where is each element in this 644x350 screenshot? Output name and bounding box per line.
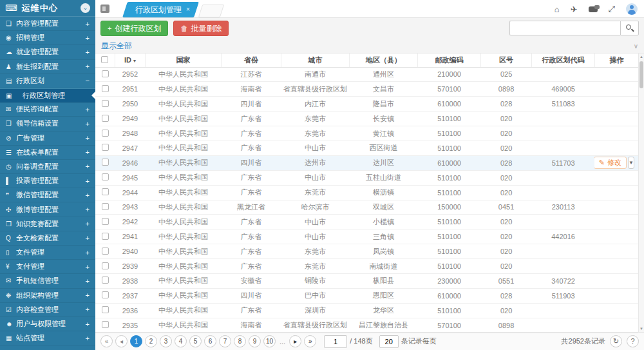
table-row[interactable]: 2939 中华人民共和国 广东省 东莞市 南城街道 510100 020 [95,259,638,274]
plane-icon[interactable]: ✈ [571,5,578,14]
prev-page-button[interactable]: ◂ [115,335,128,347]
scroll-up-icon[interactable]: ▲ [639,55,644,59]
first-page-button[interactable]: « [100,335,113,347]
table-row[interactable]: 2948 中华人民共和国 广东省 东莞市 黄江镇 510100 020 [95,126,638,141]
table-row[interactable]: 2946 中华人民共和国 四川省 达州市 达川区 610000 028 5117… [95,155,638,170]
table-row[interactable]: 2952 中华人民共和国 江苏省 南通市 通州区 210000 025 [95,67,638,82]
sidebar-item[interactable]: ❐ 知识竞赛配置 + [0,217,95,231]
create-region-button[interactable]: + 创建行政区划 [100,21,168,36]
home-icon[interactable]: ⌂ [554,5,560,14]
sidebar-item[interactable]: ▤ 行政区划 − [0,74,95,88]
sidebar-item[interactable]: ☻ 用户与权限管理 + [0,317,95,331]
page-button-9[interactable]: 9 [249,335,261,347]
sidebar-item[interactable]: ❏ 内容管理配置 + [0,17,95,31]
sidebar-item[interactable]: ▯ 文件管理 + [0,246,95,260]
col-id[interactable]: ID ▾ [115,53,145,67]
table-row[interactable]: 2950 中华人民共和国 四川省 内江市 隆昌市 610000 028 5110… [95,97,638,112]
page-button-2[interactable]: 2 [145,335,157,347]
sidebar-item[interactable]: Q 全文检索配置 + [0,231,95,246]
page-button-4[interactable]: 4 [175,335,187,347]
table-row[interactable]: 2940 中华人民共和国 广东省 东莞市 凤岗镇 510100 020 [95,244,638,259]
page-button-3[interactable]: 3 [160,335,172,347]
row-checkbox[interactable] [102,321,109,328]
row-checkbox[interactable] [102,144,109,151]
row-checkbox[interactable] [102,233,109,240]
table-row[interactable]: 2943 中华人民共和国 黑龙江省 哈尔滨市 双城区 150000 0451 2… [95,200,638,215]
table-row[interactable]: 2949 中华人民共和国 广东省 东莞市 长安镇 510100 020 [95,112,638,126]
tab-active[interactable]: 行政区划管理 × [122,2,199,17]
help-icon[interactable]: ? [627,335,639,347]
sidebar-item[interactable]: ❋ 组织架构管理 + [0,289,95,303]
row-checkbox[interactable] [102,306,109,313]
table-row[interactable]: 2937 中华人民共和国 四川省 巴中市 恩阳区 610000 028 5119… [95,288,638,303]
chevron-down-icon[interactable]: ∨ [634,43,638,50]
sidebar-item[interactable]: ✉ 便民咨询配置 + [0,102,95,117]
sidebar-item[interactable]: ♟ 新生报到配置 + [0,60,95,74]
scroll-down-icon[interactable]: ▼ [639,327,644,331]
row-checkbox[interactable] [102,70,109,77]
page-button-10[interactable]: 10 [263,335,276,347]
table-row[interactable]: 2936 中华人民共和国 广东省 深圳市 龙华区 510100 020 [95,303,638,318]
row-checkbox[interactable] [102,248,109,255]
table-scrollbar[interactable]: ▲ ▼ [638,53,644,332]
row-checkbox[interactable] [102,291,109,298]
table-row[interactable]: 2947 中华人民共和国 广东省 中山市 西区街道 510100 020 [95,141,638,155]
row-checkbox[interactable] [102,218,109,225]
next-page-button[interactable]: ▸ [289,335,301,347]
user-avatar[interactable] [626,3,638,15]
row-checkbox[interactable] [102,85,109,92]
select-all-checkbox[interactable] [101,56,108,63]
sidebar-item[interactable]: ❞ 微信管理配置 + [0,188,95,202]
sidebar-item[interactable]: ¥ 支付管理 + [0,260,95,274]
sidebar-item[interactable]: ✉ 手机短信管理 + [0,274,95,288]
row-checkbox[interactable] [102,277,109,284]
page-button-1[interactable]: 1 [130,335,142,347]
sidebar-item[interactable]: ✣ 微博管理配置 + [0,202,95,217]
sidebar-item[interactable]: ☁ 就业管理配置 + [0,45,95,59]
row-checkbox[interactable] [102,262,109,269]
page-number-input[interactable] [324,335,347,348]
chat-icon[interactable] [589,6,598,12]
edit-button[interactable]: ✎修改 [594,157,627,169]
search-input[interactable] [509,21,620,35]
sidebar-item[interactable]: ☰ 在线表单配置 + [0,146,95,160]
page-button-5[interactable]: 5 [189,335,202,347]
page-button-8[interactable]: 8 [234,335,246,347]
row-checkbox[interactable] [102,173,109,180]
page-size-input[interactable] [379,335,399,348]
sidebar-item[interactable]: ▦ 站点管理 + [0,331,95,345]
expand-icon[interactable]: ⤢ [609,4,615,14]
search-button[interactable] [620,21,639,35]
row-checkbox[interactable] [102,188,109,195]
table-row[interactable]: 2942 中华人民共和国 广东省 中山市 小榄镇 510100 020 [95,215,638,229]
sidebar-item[interactable]: ◉ 招聘管理 + [0,31,95,45]
table-row[interactable]: 2944 中华人民共和国 广东省 东莞市 横沥镇 510100 020 [95,185,638,200]
table-row[interactable]: 2945 中华人民共和国 广东省 中山市 五桂山街道 510100 020 [95,170,638,185]
page-button-6[interactable]: 6 [204,335,216,347]
row-checkbox[interactable] [102,100,109,107]
table-row[interactable]: 2951 中华人民共和国 海南省 省直辖县级行政区划 文昌市 570100 08… [95,82,638,97]
table-row[interactable]: 2938 中华人民共和国 安徽省 铜陵市 枞阳县 230000 0551 340… [95,273,638,288]
row-checkbox[interactable] [102,115,109,122]
last-page-button[interactable]: » [304,335,316,347]
collapse-menu-icon[interactable]: ⌄ [80,3,90,13]
sidebar-item[interactable]: ◷ 问卷调查配置 + [0,160,95,174]
row-checkbox[interactable] [102,130,109,137]
row-more-button[interactable]: ▼ [628,157,634,169]
table-row[interactable]: 2941 中华人民共和国 广东省 中山市 三角镇 510100 020 4420… [95,229,638,244]
batch-delete-button[interactable]: 🗑 批量删除 [173,21,229,36]
show-all-link[interactable]: 显示全部 [101,41,132,52]
row-checkbox[interactable] [102,159,109,166]
sidebar-subitem[interactable]: ▣ 行政区划管理 [0,88,95,102]
table-row[interactable]: 2935 中华人民共和国 海南省 省直辖县级行政区划 昌江黎族自治县 57010… [95,318,638,333]
scrollbar-thumb[interactable] [639,61,643,88]
sidebar-item[interactable]: ❒ 领导信箱设置 + [0,117,95,131]
refresh-icon[interactable]: ↻ [610,335,622,347]
close-icon[interactable]: × [186,2,190,17]
sidebar-item[interactable]: ☑ 内容检查管理 + [0,303,95,317]
sidebar-item[interactable]: ▌ 投票管理配置 + [0,174,95,188]
row-checkbox[interactable] [102,203,109,210]
sidebar-item[interactable]: ⊘ 广告管理 + [0,131,95,146]
page-button-7[interactable]: 7 [219,335,231,347]
tabs-menu-icon[interactable] [100,5,109,13]
